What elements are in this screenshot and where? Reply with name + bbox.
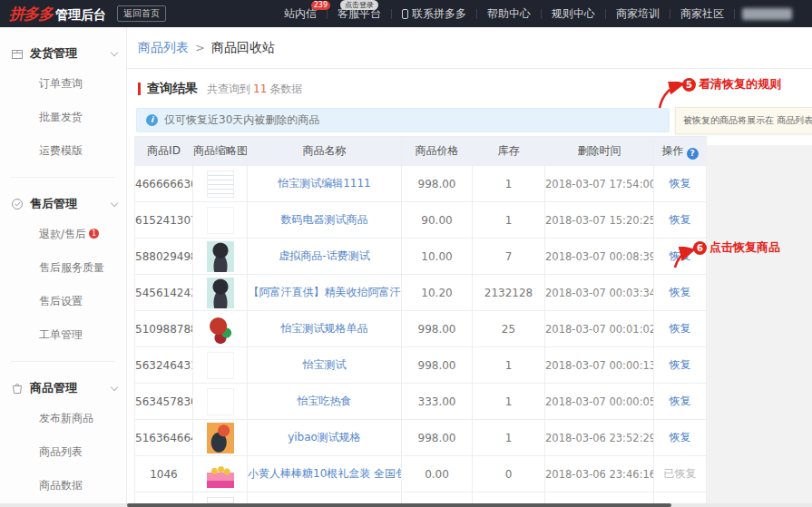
- product-name-link[interactable]: 虚拟商品-话费测试: [279, 249, 369, 262]
- nav-item-service-platform[interactable]: 点击登录 客服平台: [328, 0, 391, 27]
- table-header-row: 商品ID 商品缩略图 商品名称 商品价格 库存 删除时间 操作?: [135, 137, 707, 166]
- step6-badge: 6: [693, 241, 707, 255]
- product-thumbnail[interactable]: [207, 207, 234, 234]
- screen: 拼多多 管理后台 返回首页 站内信 239 点击登录 客服平台 联系拼多多 帮助…: [0, 0, 812, 507]
- app-logo[interactable]: 拼多多 管理后台: [9, 4, 106, 24]
- action-cell: 恢复: [654, 166, 707, 202]
- breadcrumb-parent-link[interactable]: 商品列表: [138, 40, 189, 56]
- nav-item-contact[interactable]: 联系拼多多: [392, 0, 476, 27]
- product-price: 10.20: [402, 275, 473, 311]
- chevron-down-icon: [111, 199, 118, 206]
- sidebar-section-title-goods[interactable]: 商品管理: [0, 375, 126, 402]
- package-icon: [11, 47, 24, 60]
- restore-link[interactable]: 恢复: [670, 286, 691, 298]
- sidebar-items-aftersale: 退款/售后1售后服务质量售后设置工单管理: [0, 218, 126, 352]
- product-thumbnail[interactable]: [207, 388, 234, 415]
- count-suffix: 条数据: [269, 83, 302, 95]
- deleted-time: 2018-03-06 23:46:16: [545, 456, 654, 492]
- sidebar-section-title-aftersale[interactable]: 售后管理: [0, 190, 126, 218]
- action-cell: 已恢复: [654, 456, 707, 492]
- product-name-link[interactable]: 小黄人棒棒糖10根礼盒装 全国包邮: [248, 467, 402, 480]
- restore-link[interactable]: 恢复: [670, 213, 691, 226]
- header-product-id: 商品ID: [135, 137, 193, 166]
- product-thumbnail[interactable]: [207, 461, 234, 488]
- product-stock: 1: [473, 420, 545, 456]
- home-button[interactable]: 返回首页: [117, 5, 166, 22]
- recycle-table: 商品ID 商品缩略图 商品名称 商品价格 库存 删除时间 操作? 4666666…: [134, 136, 706, 507]
- product-thumbnail[interactable]: [207, 278, 234, 308]
- restore-link[interactable]: 恢复: [670, 395, 691, 407]
- product-thumbnail-cell: [193, 275, 248, 311]
- nav-item-help-center[interactable]: 帮助中心: [477, 0, 541, 27]
- nav-item-merchant-training[interactable]: 商家培训: [606, 0, 670, 27]
- product-name-cell: 怡宝测试编辑1111: [248, 166, 402, 202]
- product-stock: 1: [473, 202, 545, 239]
- product-thumbnail-cell: [193, 347, 248, 384]
- sidebar-item[interactable]: 售后设置: [0, 285, 126, 318]
- sidebar-item[interactable]: 发布新商品: [0, 402, 126, 435]
- info-icon: i: [146, 114, 158, 126]
- product-thumbnail[interactable]: [207, 171, 234, 198]
- count-prefix: 共查询到: [207, 83, 250, 95]
- annotation-step6: 6 点击恢复商品: [693, 239, 780, 256]
- sidebar-item[interactable]: 退款/售后1: [0, 218, 126, 251]
- topbar: 拼多多 管理后台 返回首页 站内信 239 点击登录 客服平台 联系拼多多 帮助…: [0, 0, 812, 27]
- sidebar-item[interactable]: 商品数据: [0, 469, 126, 502]
- product-name-link[interactable]: yibao测试规格: [288, 431, 361, 444]
- product-name-link[interactable]: 【阿富汗直供】精美收抬阿富汗: [249, 286, 401, 298]
- logo-brand: 拼多多: [9, 4, 53, 24]
- results-title: 查询结果: [147, 81, 198, 97]
- product-name-cell: 怡宝吃热食: [248, 384, 402, 420]
- sidebar-item[interactable]: 运费模版: [0, 134, 126, 168]
- sidebar-item[interactable]: 售后服务质量: [0, 251, 126, 285]
- restore-link[interactable]: 恢复: [670, 177, 691, 190]
- nav-item-merchant-community[interactable]: 商家社区: [670, 0, 734, 27]
- product-id: 510988788: [135, 311, 193, 347]
- help-question-icon[interactable]: ?: [687, 148, 699, 160]
- chevron-down-icon: [111, 48, 118, 55]
- nav-help-label: 帮助中心: [487, 6, 531, 22]
- nav-training-label: 商家培训: [616, 6, 660, 22]
- action-cell: 恢复: [654, 275, 707, 311]
- nav-rules-label: 规则中心: [552, 6, 595, 22]
- product-name-link[interactable]: 怡宝吃热食: [298, 395, 352, 407]
- restore-link[interactable]: 恢复: [670, 431, 691, 444]
- sidebar-item[interactable]: 订单查询: [0, 67, 126, 101]
- sidebar: 发货管理 订单查询批量发货运费模版 售后管理 退款/售后1售后服务质量售后设置工…: [0, 27, 127, 507]
- deleted-time: 2018-03-07 00:00:05: [545, 384, 654, 420]
- restore-link[interactable]: 恢复: [670, 358, 691, 371]
- sidebar-item[interactable]: 商品列表: [0, 435, 126, 469]
- product-thumbnail[interactable]: [207, 352, 234, 379]
- nav-item-rules-center[interactable]: 规则中心: [542, 0, 605, 27]
- deleted-time: 2018-03-07 00:00:13: [545, 347, 654, 384]
- product-id: 466666630: [135, 166, 193, 202]
- sidebar-items-goods: 发布新商品商品列表商品数据评价管理店铺推荐位设置: [0, 402, 126, 507]
- product-price: 10.00: [402, 239, 473, 275]
- action-cell: 恢复: [654, 311, 707, 347]
- sidebar-items-shipping: 订单查询批量发货运费模版: [0, 67, 126, 168]
- sidebar-item[interactable]: 工单管理: [0, 318, 126, 352]
- product-name-link[interactable]: 怡宝测试编辑1111: [278, 177, 371, 190]
- horizontal-scrollbar-thumb[interactable]: [127, 503, 671, 507]
- aftersale-icon: [11, 198, 24, 210]
- product-name-link[interactable]: 怡宝测试规格单品: [281, 322, 368, 335]
- product-thumbnail[interactable]: [207, 423, 234, 453]
- sidebar-section-title-shipping[interactable]: 发货管理: [0, 40, 126, 67]
- sidebar-item-label: 订单查询: [39, 77, 83, 90]
- product-name-link[interactable]: 怡宝测试: [303, 358, 347, 371]
- product-thumbnail-cell: [193, 202, 248, 239]
- product-name-link[interactable]: 数码电器测试商品: [281, 213, 368, 226]
- page-background: [706, 145, 812, 507]
- restore-link[interactable]: 恢复: [670, 322, 691, 335]
- sidebar-item[interactable]: 批量发货: [0, 101, 126, 134]
- nav-item-inbox[interactable]: 站内信 239: [274, 0, 327, 27]
- sidebar-item-label: 工单管理: [39, 328, 83, 341]
- step6-text: 点击恢复商品: [709, 239, 780, 256]
- product-thumbnail[interactable]: [207, 241, 234, 272]
- username-blurred[interactable]: [742, 8, 792, 20]
- product-stock: 1: [473, 384, 545, 420]
- restored-label: 已恢复: [664, 467, 697, 480]
- sidebar-item-label: 退款/售后: [39, 228, 86, 240]
- product-price: 333.00: [402, 384, 473, 420]
- product-thumbnail[interactable]: [207, 314, 234, 345]
